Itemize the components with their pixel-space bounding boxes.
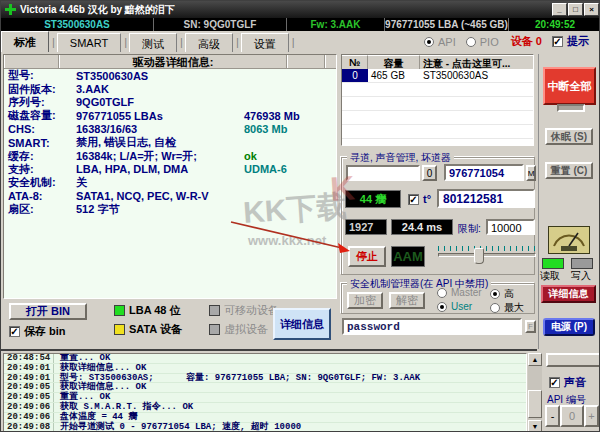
decrypt-button-label: 解密 xyxy=(396,293,418,308)
status-serial: SN: 9QG0TGLF xyxy=(154,18,287,31)
minimize-icon[interactable]: _ xyxy=(552,3,567,16)
api-radio[interactable] xyxy=(424,37,434,47)
power-button[interactable]: 电源 (P) xyxy=(543,318,595,336)
save-bin-label: 保存 bin xyxy=(24,324,66,339)
write-led-icon xyxy=(571,258,593,269)
limit-input[interactable]: 10000 xyxy=(486,219,535,235)
position-field[interactable]: 801212581 xyxy=(437,189,535,208)
device-row-empty[interactable] xyxy=(342,125,533,139)
window-title: Victoria 4.46b 汉化 by 黯然的泪下 xyxy=(20,3,175,17)
header-segment[interactable] xyxy=(4,55,59,68)
device-row-empty[interactable] xyxy=(342,83,533,97)
stop-button[interactable]: 停止 xyxy=(348,246,386,267)
status-bar: ST3500630AS SN: 9QG0TGLF Fw: 3.AAK 97677… xyxy=(1,18,600,31)
password-f-button-label: F xyxy=(528,322,533,331)
open-bin-button[interactable]: 打开 BIN xyxy=(9,303,87,320)
master-radio[interactable] xyxy=(437,288,447,298)
high-radio[interactable] xyxy=(490,289,500,299)
sound-label: 声音 xyxy=(564,375,586,390)
slider-track[interactable] xyxy=(438,253,536,257)
user-radio-row[interactable]: User xyxy=(437,301,472,312)
lba48-indicator: LBA 48 位 xyxy=(114,303,181,318)
hint-checkbox[interactable]: ✓ xyxy=(552,36,563,47)
break-all-button[interactable]: 中断全部 xyxy=(543,67,596,105)
reset-button[interactable]: 重置 (C) xyxy=(545,162,593,179)
sleep-button[interactable]: 休眠 (S) xyxy=(545,128,593,145)
temp-toggle[interactable]: ✓ t° xyxy=(408,193,431,205)
temp-checkbox-label: t° xyxy=(423,193,431,205)
max-lba-button[interactable]: M xyxy=(526,165,536,181)
api-radio-label: API xyxy=(438,36,456,48)
master-radio-row[interactable]: Master xyxy=(437,287,482,298)
status-model: ST3500630AS xyxy=(1,18,154,31)
encrypt-button[interactable]: 加密 xyxy=(347,292,383,309)
save-bin-toggle[interactable]: ✓ 保存 bin xyxy=(9,324,66,339)
slider-ticks xyxy=(438,246,536,251)
sound-checkbox[interactable]: ✓ xyxy=(549,377,560,388)
drive-row-model: 型号:ST3500630AS xyxy=(4,69,336,82)
details-button-left-label: 详细信息 xyxy=(280,317,324,332)
tab-smart[interactable]: SMART xyxy=(57,33,121,52)
tab-advanced[interactable]: 高级 xyxy=(185,33,233,52)
close-icon[interactable]: × xyxy=(584,3,599,16)
temp-checkbox[interactable]: ✓ xyxy=(408,194,419,205)
details-button-left[interactable]: 详细信息 xyxy=(273,308,331,340)
decrypt-button[interactable]: 解密 xyxy=(389,292,425,309)
device-number-label: 设备 0 xyxy=(511,34,542,49)
device-row-empty[interactable] xyxy=(342,111,533,125)
tab-separator: | xyxy=(290,36,297,48)
user-radio[interactable] xyxy=(437,302,447,312)
drive-row-support: 支持:LBA, HPA, DLM, DMAUDMA-6 xyxy=(4,163,336,176)
drive-row-firmware: 固件版本:3.AAK xyxy=(4,82,336,95)
zero-button[interactable]: 0 xyxy=(422,165,437,181)
sound-toggle[interactable]: ✓ 声音 xyxy=(549,375,586,390)
slider-thumb[interactable] xyxy=(474,248,484,264)
tab-separator: | xyxy=(234,36,241,48)
temperature-value: 44 癵 xyxy=(360,192,386,207)
max-radio[interactable] xyxy=(490,303,500,313)
lba48-led-icon xyxy=(114,305,125,316)
scroll-thumb[interactable] xyxy=(528,390,542,418)
maximize-icon[interactable]: □ xyxy=(568,3,583,16)
pio-radio[interactable] xyxy=(466,37,476,47)
status-firmware: Fw: 3.AAK xyxy=(287,18,385,31)
seek-count-display: 1927 xyxy=(345,219,387,235)
tab-test[interactable]: 测试 xyxy=(129,33,177,52)
password-f-button[interactable]: F xyxy=(525,320,536,333)
drive-row-serial: 序列号:9QG0TGLF xyxy=(4,96,336,109)
log-scrollbar[interactable]: ▲ ▼ xyxy=(528,353,542,432)
scroll-down-icon[interactable]: ▼ xyxy=(528,420,542,432)
device-row-empty[interactable] xyxy=(342,97,533,111)
save-bin-checkbox[interactable]: ✓ xyxy=(9,326,20,337)
write-led-label: 写入 xyxy=(571,269,591,283)
device-row-0[interactable]: 0 465 GB ST3500630AS xyxy=(342,69,533,83)
power-button-label: 电源 (P) xyxy=(551,320,587,334)
read-led-icon xyxy=(542,258,564,269)
log-panel: 20:48:54重置... OK 20:49:01获取详细信息... OK 20… xyxy=(3,353,527,432)
scroll-up-icon[interactable]: ▲ xyxy=(528,353,542,366)
header-segment[interactable] xyxy=(325,55,336,68)
high-radio-label: 高 xyxy=(504,287,514,301)
high-radio-row[interactable]: 高 xyxy=(490,287,514,301)
seek-start-input[interactable] xyxy=(346,165,420,181)
seek-end-input[interactable]: 976771054 xyxy=(444,164,524,181)
col-num[interactable]: № xyxy=(342,55,368,69)
tab-separator: | xyxy=(122,36,129,48)
drive-info-title[interactable]: 驱动器详细信息: xyxy=(59,55,287,68)
details-button-right[interactable]: 详细信息 xyxy=(541,285,596,303)
stepper-minus-button[interactable]: - xyxy=(545,405,560,427)
header-segment[interactable] xyxy=(287,55,325,68)
aam-slider[interactable] xyxy=(438,246,536,266)
title-bar: Victoria 4.46b 汉化 by 黯然的泪下 _ □ × xyxy=(1,1,600,18)
hint-toggle[interactable]: ✓ 提示 xyxy=(552,34,589,49)
max-radio-row[interactable]: 最大 xyxy=(490,301,524,315)
col-capacity[interactable]: 容量 xyxy=(368,55,420,69)
sata-label: SATA 设备 xyxy=(129,322,182,337)
max-radio-label: 最大 xyxy=(504,301,524,315)
tab-standard[interactable]: 标准 xyxy=(1,31,49,52)
stepper-plus-button[interactable]: + xyxy=(584,405,599,427)
tab-settings[interactable]: 设置 xyxy=(241,33,289,52)
col-note[interactable]: 注意 - 点击这里可... xyxy=(420,55,533,69)
password-input[interactable]: password xyxy=(342,318,522,335)
drive-row-capacity: 磁盘容量:976771055 LBAs476938 Mb xyxy=(4,109,336,122)
